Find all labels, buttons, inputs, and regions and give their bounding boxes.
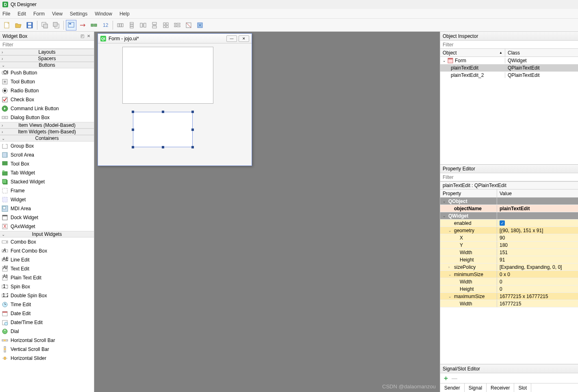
form-window[interactable]: Qt Form - jojo.ui* — ✕ [98, 33, 252, 166]
property-row[interactable]: Width16777215 [440, 300, 578, 307]
undock-icon[interactable]: ◰ [79, 33, 85, 39]
widget-box-filter[interactable] [0, 41, 94, 49]
oi-col-object[interactable]: Object▲ [440, 49, 505, 57]
wb-category[interactable]: ›Item Widgets (Item-Based) [0, 128, 94, 135]
object-tree-row[interactable]: plainTextEditQPlainTextEdit [440, 64, 578, 72]
wb-item[interactable]: Combo Box [0, 237, 94, 246]
wb-category[interactable]: ⌄Buttons [0, 62, 94, 68]
property-row[interactable]: Width151 [440, 249, 578, 256]
pe-col-property[interactable]: Property [440, 189, 497, 197]
wb-item[interactable]: Time Edit [0, 300, 94, 309]
object-inspector-filter[interactable] [440, 41, 578, 49]
menu-edit[interactable]: Edit [17, 11, 26, 17]
sse-col-signal[interactable]: Signal [465, 383, 487, 392]
remove-signal-icon[interactable]: — [452, 375, 457, 381]
wb-item[interactable]: Check Box [0, 95, 94, 104]
canvas[interactable]: Qt Form - jojo.ui* — ✕ [94, 32, 440, 392]
property-row[interactable]: ⌄maximumSize16777215 x 16777215 [440, 293, 578, 300]
property-row[interactable]: Width0 [440, 278, 578, 285]
open-file-icon[interactable] [13, 20, 24, 30]
new-file-icon[interactable] [2, 20, 12, 30]
form-titlebar[interactable]: Qt Form - jojo.ui* — ✕ [98, 34, 252, 44]
edit-signals-icon[interactable] [77, 20, 88, 30]
layout-vert-splitter-icon[interactable] [149, 20, 160, 30]
property-row[interactable]: Y180 [440, 242, 578, 249]
property-rows[interactable]: ⌄QObjectobjectNameplainTextEdit⌄QWidgete… [440, 198, 578, 307]
wb-category[interactable]: ⌄Containers [0, 135, 94, 142]
wb-item[interactable]: OKPush Button [0, 68, 94, 77]
sse-col-slot[interactable]: Slot [514, 383, 531, 392]
property-row[interactable]: enabled✓ [440, 220, 578, 227]
plaintextedit-widget-1[interactable] [122, 47, 213, 104]
wb-category[interactable]: ›Item Views (Model-Based) [0, 122, 94, 128]
wb-item[interactable]: Widget [0, 195, 94, 204]
wb-item[interactable]: Scroll Area [0, 150, 94, 159]
menu-window[interactable]: Window [95, 11, 112, 17]
object-tree-row[interactable]: ⌄FormQWidget [440, 57, 578, 64]
wb-item[interactable]: Date/Time Edit [0, 318, 94, 327]
wb-item[interactable]: Stacked Widget [0, 177, 94, 186]
wb-item[interactable]: AIPlain Text Edit [0, 273, 94, 282]
property-row[interactable]: ⌄QWidget [440, 212, 578, 220]
wb-item[interactable]: Radio Button [0, 86, 94, 95]
wb-item[interactable]: 1.2Double Spin Box [0, 291, 94, 300]
close-icon[interactable]: ✕ [86, 33, 91, 39]
wb-item[interactable]: Command Link Button [0, 104, 94, 113]
wb-item[interactable]: XQAxWidget [0, 222, 94, 231]
form-body[interactable] [98, 44, 252, 166]
wb-item[interactable]: Frame [0, 186, 94, 195]
layout-horizontal-icon[interactable] [115, 20, 126, 30]
plaintextedit-widget-2-selected[interactable] [133, 112, 193, 147]
menu-settings[interactable]: Settings [70, 11, 87, 17]
edit-tab-order-icon[interactable]: 12 [100, 20, 111, 30]
break-layout-icon[interactable] [183, 20, 194, 30]
edit-widgets-icon[interactable] [66, 20, 76, 30]
layout-horiz-splitter-icon[interactable] [138, 20, 148, 30]
minimize-icon[interactable]: — [226, 35, 237, 42]
wb-item[interactable]: Tab Widget [0, 168, 94, 177]
wb-item[interactable]: Dial [0, 327, 94, 336]
wb-item[interactable]: Date Edit [0, 309, 94, 318]
layout-form-icon[interactable] [172, 20, 183, 30]
sse-col-sender[interactable]: Sender [440, 383, 465, 392]
menu-file[interactable]: File [2, 11, 10, 17]
wb-category[interactable]: ›Spacers [0, 55, 94, 62]
wb-item[interactable]: Horizontal Slider [0, 354, 94, 363]
save-file-icon[interactable] [24, 20, 35, 30]
layout-grid-icon[interactable] [161, 20, 171, 30]
wb-item[interactable]: AFont Combo Box [0, 246, 94, 255]
oi-col-class[interactable]: Class [505, 49, 522, 57]
property-row[interactable]: ⌄QObject [440, 198, 578, 205]
property-row[interactable]: Height0 [440, 285, 578, 293]
wb-item[interactable]: Dock Widget [0, 213, 94, 222]
bring-to-front-icon[interactable] [51, 20, 61, 30]
wb-item[interactable]: AIText Edit [0, 264, 94, 273]
property-editor-filter[interactable] [440, 173, 578, 181]
wb-item[interactable]: Horizontal Scroll Bar [0, 336, 94, 345]
property-row[interactable]: ⌄minimumSize0 x 0 [440, 271, 578, 278]
property-row[interactable]: Height91 [440, 256, 578, 264]
edit-buddies-icon[interactable] [89, 20, 99, 30]
wb-category[interactable]: ›Layouts [0, 49, 94, 55]
wb-item[interactable]: Dialog Button Box [0, 113, 94, 122]
layout-vertical-icon[interactable] [126, 20, 137, 30]
add-signal-icon[interactable]: ＋ [443, 374, 449, 383]
property-row[interactable]: ›sizePolicy[Expanding, Expanding, 0, 0] [440, 264, 578, 271]
property-row[interactable]: objectNameplainTextEdit [440, 205, 578, 212]
wb-item[interactable]: Tool Box [0, 159, 94, 168]
send-to-back-icon[interactable] [39, 20, 50, 30]
property-row[interactable]: X90 [440, 234, 578, 242]
menu-help[interactable]: Help [120, 11, 130, 17]
wb-item[interactable]: MDI Area [0, 204, 94, 213]
wb-item[interactable]: Tool Button [0, 77, 94, 86]
menu-form[interactable]: Form [33, 11, 45, 17]
sse-col-receiver[interactable]: Receiver [487, 383, 514, 392]
wb-item[interactable]: Group Box [0, 142, 94, 150]
wb-item[interactable]: 1Spin Box [0, 282, 94, 291]
wb-item[interactable]: ABILine Edit [0, 255, 94, 264]
adjust-size-icon[interactable] [195, 20, 205, 30]
wb-category[interactable]: ⌄Input Widgets [0, 231, 94, 237]
property-row[interactable]: ⌄geometry[(90, 180), 151 x 91] [440, 227, 578, 234]
close-form-icon[interactable]: ✕ [239, 35, 249, 42]
wb-item[interactable]: Vertical Scroll Bar [0, 345, 94, 354]
